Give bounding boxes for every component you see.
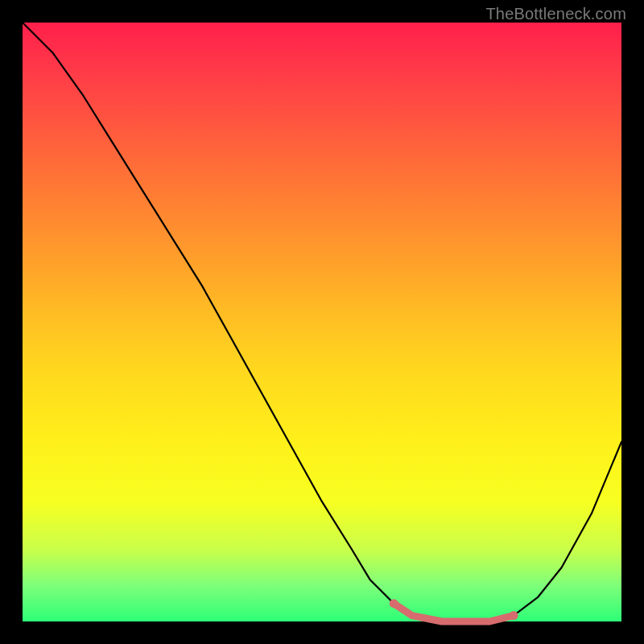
chart-svg [23,23,621,621]
watermark-text: TheBottleneck.com [485,5,626,23]
bottleneck-curve [23,23,621,621]
band-end-dot [510,611,518,620]
plot-area [23,23,621,621]
bottleneck-band [394,604,514,621]
band-start-dot [390,599,398,608]
chart-frame: TheBottleneck.com [0,0,644,644]
